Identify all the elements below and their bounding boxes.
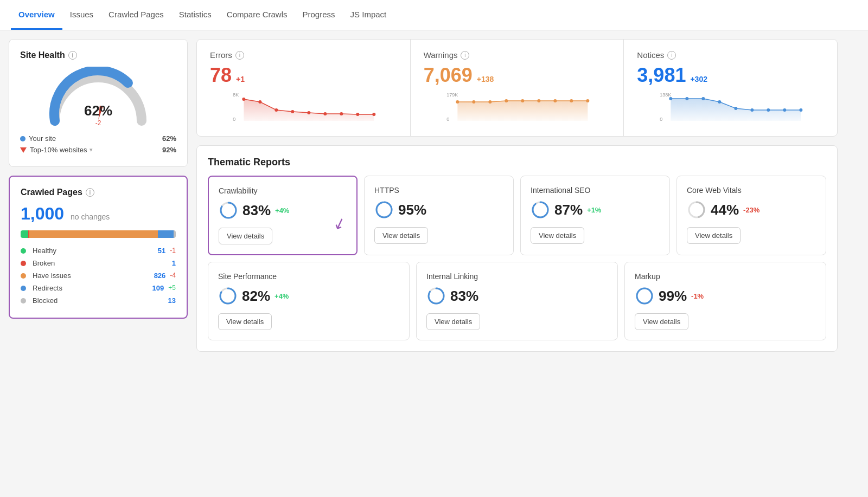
- svg-point-19: [472, 100, 475, 104]
- chevron-down-icon: ▾: [90, 146, 93, 153]
- nav-compare-crawls[interactable]: Compare Crawls: [219, 0, 295, 30]
- https-progress-ring: [374, 200, 394, 220]
- warnings-value-row: 7,069 +138: [424, 64, 611, 87]
- gauge-container: 62% -2: [20, 67, 176, 126]
- nav-progress[interactable]: Progress: [295, 0, 343, 30]
- report-international-seo[interactable]: International SEO 87% +1% View details: [520, 176, 670, 255]
- svg-point-13: [356, 113, 359, 116]
- https-title: HTTPS: [374, 186, 503, 195]
- svg-point-18: [456, 100, 459, 104]
- thematic-reports-section: Thematic Reports Crawlability 83% +4% Vi…: [196, 145, 838, 352]
- stat-blocked: Blocked 13: [21, 294, 176, 307]
- svg-point-11: [323, 112, 327, 115]
- svg-text:0: 0: [660, 117, 663, 122]
- reports-grid-row2: Site Performance 82% +4% View details In…: [208, 262, 826, 340]
- site-performance-view-details-btn[interactable]: View details: [218, 313, 272, 330]
- main-nav: Overview Issues Crawled Pages Statistics…: [0, 0, 868, 30]
- https-view-details-btn[interactable]: View details: [374, 227, 428, 244]
- crawled-total-row: 1,000 no changes: [21, 204, 176, 224]
- right-column: Errors i 78 +1 8K 0: [196, 39, 838, 352]
- international-seo-score-row: 87% +1%: [531, 200, 660, 220]
- internal-linking-title: Internal Linking: [426, 272, 608, 281]
- svg-point-44: [533, 202, 548, 217]
- report-crawlability[interactable]: Crawlability 83% +4% View details ↙: [208, 176, 358, 255]
- svg-point-42: [376, 202, 392, 217]
- site-health-info-icon[interactable]: i: [68, 51, 77, 60]
- notices-sparkline: 138K 0: [637, 91, 824, 124]
- broken-dot: [21, 261, 26, 266]
- warnings-sparkline: 179K 0: [424, 91, 611, 124]
- nav-issues[interactable]: Issues: [62, 0, 101, 30]
- internal-linking-score-row: 83%: [426, 286, 608, 306]
- svg-text:62%: 62%: [84, 102, 112, 119]
- internal-linking-view-details-btn[interactable]: View details: [426, 313, 480, 330]
- thematic-reports-title: Thematic Reports: [208, 157, 826, 168]
- crawlability-view-details-btn[interactable]: View details: [219, 228, 272, 244]
- report-internal-linking[interactable]: Internal Linking 83% View details: [416, 262, 618, 340]
- nav-overview[interactable]: Overview: [11, 0, 62, 30]
- svg-point-24: [553, 99, 557, 102]
- svg-point-7: [258, 100, 261, 104]
- core-web-vitals-score-row: 44% -23%: [687, 200, 816, 220]
- top10-legend[interactable]: Top-10% websites ▾ 92%: [20, 144, 176, 156]
- report-markup[interactable]: Markup 99% -1% View details: [624, 262, 826, 340]
- svg-point-35: [751, 108, 754, 112]
- internal-linking-progress-ring: [426, 286, 446, 306]
- svg-point-9: [291, 110, 294, 113]
- report-site-performance[interactable]: Site Performance 82% +4% View details: [208, 262, 410, 340]
- bar-healthy: [21, 230, 28, 238]
- errors-delta: +1: [236, 75, 245, 83]
- international-seo-view-details-btn[interactable]: View details: [531, 227, 584, 244]
- notices-info-icon[interactable]: i: [667, 51, 676, 60]
- svg-marker-5: [244, 99, 374, 121]
- markup-progress-ring: [635, 286, 654, 306]
- svg-point-6: [242, 98, 245, 101]
- report-https[interactable]: HTTPS 95% View details: [364, 176, 514, 255]
- svg-point-34: [735, 107, 738, 110]
- svg-point-33: [718, 100, 722, 104]
- crawled-total-number: 1,000: [21, 204, 64, 223]
- stat-healthy: Healthy 51 -1: [21, 244, 176, 257]
- svg-point-36: [767, 108, 770, 112]
- svg-point-26: [586, 99, 589, 102]
- reports-grid-row1: Crawlability 83% +4% View details ↙: [208, 176, 826, 255]
- core-web-vitals-view-details-btn[interactable]: View details: [687, 227, 741, 244]
- svg-marker-17: [457, 101, 588, 121]
- nav-statistics[interactable]: Statistics: [171, 0, 219, 30]
- crawled-pages-title: Crawled Pages i: [21, 188, 176, 197]
- crawled-pages-info-icon[interactable]: i: [86, 188, 94, 197]
- international-seo-progress-ring: [531, 200, 550, 220]
- warnings-title: Warnings i: [424, 50, 611, 60]
- errors-info-icon[interactable]: i: [235, 51, 244, 60]
- https-score-row: 95%: [374, 200, 503, 220]
- bar-issues: [29, 230, 158, 238]
- svg-point-52: [637, 288, 652, 304]
- notices-value-row: 3,981 +302: [637, 64, 824, 87]
- healthy-dot: [21, 248, 26, 254]
- crawled-bar: [21, 230, 176, 238]
- notices-delta: +302: [690, 75, 707, 83]
- your-site-dot: [20, 136, 25, 141]
- svg-text:179K: 179K: [446, 92, 458, 98]
- international-seo-title: International SEO: [531, 186, 660, 195]
- svg-point-20: [488, 100, 492, 104]
- warnings-card: Warnings i 7,069 +138 179K 0: [411, 40, 624, 136]
- top10-triangle-icon: [20, 147, 27, 153]
- svg-text:0: 0: [233, 117, 235, 122]
- crawlability-progress-ring: [219, 201, 238, 220]
- svg-text:-2: -2: [95, 119, 101, 126]
- report-core-web-vitals[interactable]: Core Web Vitals 44% -23% View details: [676, 176, 826, 255]
- errors-value-row: 78 +1: [210, 64, 397, 87]
- nav-js-impact[interactable]: JS Impact: [343, 0, 394, 30]
- warnings-value: 7,069: [424, 64, 473, 87]
- metrics-row: Errors i 78 +1 8K 0: [196, 39, 838, 137]
- gauge-svg: 62% -2: [44, 67, 152, 126]
- warnings-info-icon[interactable]: i: [461, 51, 469, 60]
- markup-score-row: 99% -1%: [635, 286, 816, 306]
- markup-view-details-btn[interactable]: View details: [635, 313, 688, 330]
- nav-crawled-pages[interactable]: Crawled Pages: [101, 0, 171, 30]
- blocked-dot: [21, 298, 26, 304]
- your-site-legend: Your site 62%: [20, 133, 176, 144]
- svg-point-22: [521, 99, 524, 102]
- svg-point-31: [686, 97, 689, 100]
